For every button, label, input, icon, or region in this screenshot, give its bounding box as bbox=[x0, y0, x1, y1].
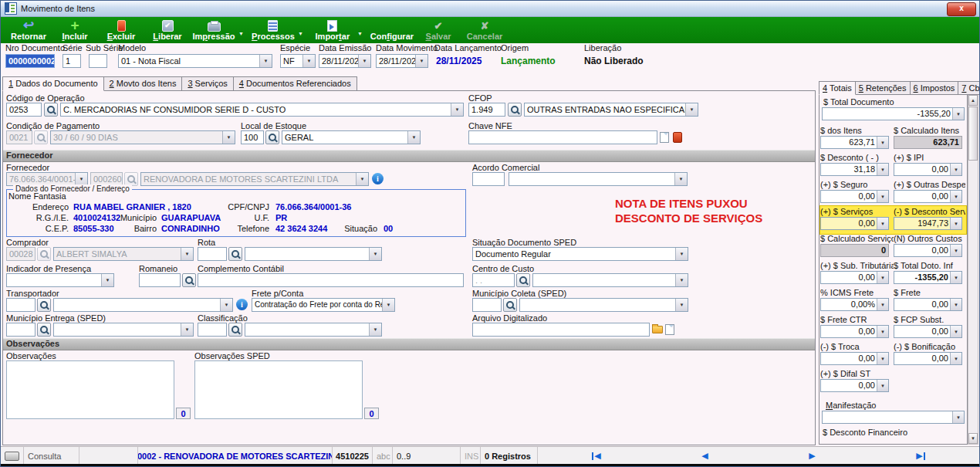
info-icon[interactable]: i bbox=[372, 173, 384, 184]
folder-icon[interactable] bbox=[652, 326, 663, 333]
processos-dropdown-icon[interactable]: ▼ bbox=[298, 31, 303, 36]
centro-custo-input[interactable]: . . bbox=[472, 273, 515, 287]
tab-documentos-referenciados[interactable]: 4 Documentos Referenciados bbox=[233, 76, 357, 91]
chevron-down-icon[interactable]: ▼ bbox=[181, 323, 193, 336]
observacoes-sped-textarea[interactable] bbox=[194, 360, 363, 419]
close-icon[interactable]: x bbox=[947, 2, 976, 16]
centro-custo-select[interactable]: ▼ bbox=[532, 273, 688, 287]
total-field-combo[interactable]: 0,00▼ bbox=[894, 298, 962, 311]
transportador-search-icon[interactable] bbox=[37, 298, 51, 312]
local-estoque-input[interactable]: 100 bbox=[241, 130, 264, 144]
manifestacao-select[interactable]: ▼ bbox=[822, 411, 965, 424]
chevron-down-icon[interactable]: ▼ bbox=[950, 353, 961, 364]
chevron-down-icon[interactable]: ▼ bbox=[382, 299, 394, 311]
centro-custo-search-icon[interactable] bbox=[516, 273, 530, 287]
nav-last-icon[interactable]: ▶ bbox=[916, 451, 924, 461]
processos-button[interactable]: Processos bbox=[252, 18, 295, 42]
chevron-down-icon[interactable]: ▼ bbox=[675, 299, 688, 311]
chevron-down-icon[interactable]: ▼ bbox=[877, 353, 888, 364]
chevron-down-icon[interactable]: ▼ bbox=[451, 103, 463, 116]
acordo-comercial-input[interactable] bbox=[472, 172, 505, 186]
chevron-down-icon[interactable]: ▼ bbox=[675, 274, 688, 286]
municipio-entrega-select[interactable]: ▼ bbox=[53, 323, 194, 337]
chevron-down-icon[interactable]: ▼ bbox=[877, 191, 888, 202]
info-icon[interactable]: i bbox=[236, 299, 248, 310]
chevron-down-icon[interactable]: ▼ bbox=[952, 411, 964, 423]
chevron-down-icon[interactable]: ▼ bbox=[685, 103, 698, 116]
local-estoque-search-icon[interactable] bbox=[265, 130, 279, 144]
tab-cbs[interactable]: 7 Cbs bbox=[958, 81, 980, 95]
importar-button[interactable]: Importar bbox=[311, 18, 354, 42]
chevron-down-icon[interactable]: ▼ bbox=[415, 55, 427, 67]
chevron-down-icon[interactable]: ▼ bbox=[950, 218, 961, 229]
chevron-down-icon[interactable]: ▼ bbox=[358, 55, 370, 67]
chevron-down-icon[interactable]: ▼ bbox=[950, 191, 961, 202]
observacoes-textarea[interactable] bbox=[6, 360, 174, 419]
nav-first-icon[interactable]: ◀ bbox=[592, 451, 600, 461]
impresso-dropdown-icon[interactable]: ▼ bbox=[238, 31, 244, 36]
scroll-down-icon[interactable]: ▼ bbox=[968, 433, 978, 444]
especie-select[interactable]: NF▼ bbox=[280, 54, 316, 68]
chevron-down-icon[interactable]: ▼ bbox=[877, 137, 888, 148]
rota-select[interactable]: ▼ bbox=[245, 247, 382, 261]
tab-dados-do-documento[interactable]: 1 Dados do Documento bbox=[2, 76, 104, 91]
document-icon[interactable] bbox=[660, 132, 669, 143]
total-field-combo[interactable]: 0,00▼ bbox=[894, 244, 962, 257]
vertical-scrollbar[interactable]: ▲ ▼ bbox=[968, 94, 978, 445]
nro-documento-input[interactable]: 0000000002 bbox=[5, 54, 55, 68]
tab-impostos[interactable]: 6 Impostos bbox=[910, 81, 959, 95]
codigo-operacao-input[interactable]: 0253 bbox=[6, 103, 42, 117]
chevron-down-icon[interactable]: ▼ bbox=[950, 272, 961, 283]
rota-search-icon[interactable] bbox=[228, 247, 242, 261]
total-field-combo[interactable]: 0,00▼ bbox=[894, 352, 962, 365]
cfop-input[interactable]: 1.949 bbox=[468, 103, 505, 117]
codigo-operacao-select[interactable]: C. MERCADORIAS NF CONSUMIDOR SERIE D - C… bbox=[60, 103, 464, 117]
chevron-down-icon[interactable]: ▼ bbox=[220, 299, 232, 311]
total-field-combo[interactable]: 0,00▼ bbox=[820, 217, 889, 230]
configurar-button[interactable]: Configurar bbox=[370, 18, 414, 42]
chave-nfe-input[interactable] bbox=[468, 130, 657, 144]
indicador-presenca-select[interactable]: ▼ bbox=[6, 273, 114, 287]
classificacao-select[interactable]: ▼ bbox=[245, 323, 382, 337]
tab-retencoes[interactable]: 5 Retenções bbox=[855, 81, 911, 95]
romaneio-search-icon[interactable] bbox=[182, 273, 196, 287]
tab-servicos[interactable]: 3 Serviços bbox=[181, 76, 233, 91]
total-documento-combo[interactable]: -1355,20▼ bbox=[822, 107, 965, 120]
importar-dropdown-icon[interactable]: ▼ bbox=[357, 31, 363, 36]
data-emissao-picker[interactable]: 28/11/2025▼ bbox=[319, 54, 371, 68]
chevron-down-icon[interactable]: ▼ bbox=[950, 326, 961, 337]
situacao-sped-select[interactable]: Documento Regular▼ bbox=[472, 247, 688, 261]
cfop-search-icon[interactable] bbox=[508, 103, 522, 117]
classificacao-search-icon[interactable] bbox=[228, 323, 242, 337]
complemento-contabil-input[interactable] bbox=[198, 273, 464, 287]
total-field-combo[interactable]: 31,18▼ bbox=[820, 163, 889, 176]
rota-input[interactable] bbox=[198, 247, 227, 261]
serie-input[interactable]: 1 bbox=[63, 54, 81, 68]
municipio-coleta-search-icon[interactable] bbox=[503, 298, 517, 312]
arquivo-digitalizado-input[interactable] bbox=[472, 323, 650, 337]
chevron-down-icon[interactable]: ▼ bbox=[674, 173, 687, 185]
chevron-down-icon[interactable]: ▼ bbox=[675, 248, 688, 260]
acordo-comercial-select[interactable]: ▼ bbox=[509, 172, 688, 186]
liberar-button[interactable]: ✔Liberar bbox=[146, 18, 189, 42]
municipio-entrega-search-icon[interactable] bbox=[37, 323, 51, 337]
local-estoque-select[interactable]: GERAL▼ bbox=[282, 130, 421, 144]
chevron-down-icon[interactable]: ▼ bbox=[877, 380, 888, 391]
modelo-select[interactable]: 01 - Nota Fiscal▼ bbox=[118, 54, 272, 68]
codigo-operacao-search-icon[interactable] bbox=[44, 103, 58, 117]
nav-previous-icon[interactable]: ◀ bbox=[701, 451, 708, 461]
total-field-combo[interactable]: 0,00▼ bbox=[820, 379, 889, 392]
total-field-combo[interactable]: 0,00▼ bbox=[894, 163, 962, 176]
chevron-down-icon[interactable]: ▼ bbox=[877, 326, 888, 337]
romaneio-input[interactable] bbox=[139, 273, 181, 287]
incluir-button[interactable]: +Incluir bbox=[53, 18, 96, 42]
total-field-combo[interactable]: 0,00▼ bbox=[820, 352, 889, 365]
transportador-input[interactable] bbox=[6, 298, 35, 312]
total-field-combo[interactable]: 0,00▼ bbox=[820, 325, 889, 338]
total-field-combo[interactable]: 0,00%▼ bbox=[820, 298, 889, 311]
tab-movto-dos-itens[interactable]: 2 Movto dos Itens bbox=[103, 76, 183, 91]
excluir-button[interactable]: Excluir bbox=[100, 18, 143, 42]
chevron-down-icon[interactable]: ▼ bbox=[950, 245, 961, 256]
total-field-combo[interactable]: 0,00▼ bbox=[820, 190, 889, 203]
nav-next-icon[interactable]: ▶ bbox=[809, 451, 815, 461]
